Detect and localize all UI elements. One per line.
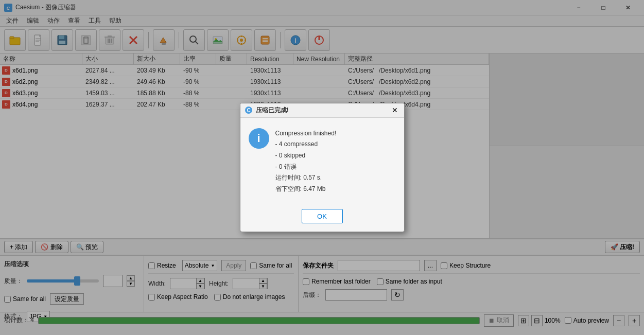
dialog-content: Compression finished! - 4 compressed - 0…	[275, 128, 337, 195]
compression-dialog: C 压缩已完成! ✕ i Compression finished! - 4 c…	[240, 103, 405, 233]
dialog-title: 压缩已完成!	[256, 106, 390, 115]
dialog-title-bar: C 压缩已完成! ✕	[240, 103, 404, 118]
dialog-info-icon: i	[249, 128, 269, 149]
dialog-app-icon: C	[245, 106, 253, 114]
dialog-body: i Compression finished! - 4 compressed -…	[240, 118, 404, 205]
dialog-overlay: C 压缩已完成! ✕ i Compression finished! - 4 c…	[0, 0, 644, 335]
dialog-footer: OK	[240, 205, 404, 232]
dialog-ok-button[interactable]: OK	[302, 209, 343, 223]
dialog-close-button[interactable]: ✕	[390, 105, 400, 115]
svg-text:C: C	[247, 108, 250, 113]
